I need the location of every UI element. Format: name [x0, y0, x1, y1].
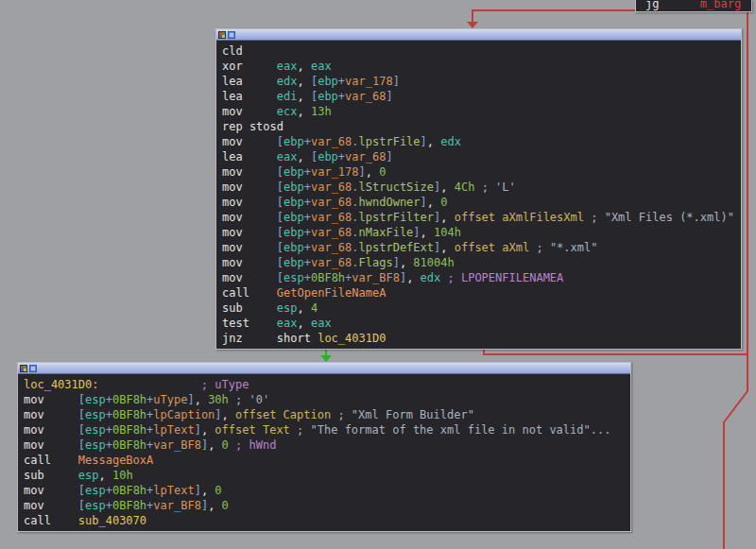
- asm-token-mn[interactable]: ,: [98, 469, 112, 482]
- asm-token-mn[interactable]: lea: [222, 75, 277, 88]
- asm-token-pn[interactable]: [: [277, 165, 284, 179]
- asm-token-pn[interactable]: +: [304, 271, 311, 284]
- asm-token-pn[interactable]: ]: [386, 90, 392, 103]
- asm-token-mn[interactable]: ,: [208, 499, 221, 512]
- asm-token-str[interactable]: ; "Xml Files (*.xml)": [584, 211, 734, 224]
- asm-token-pn[interactable]: [: [78, 438, 85, 452]
- asm-token-fld[interactable]: lStructSize: [359, 180, 434, 194]
- asm-token-mn[interactable]: ,: [440, 180, 454, 194]
- asm-token-pn[interactable]: +: [106, 423, 112, 437]
- asm-token-pn[interactable]: [: [78, 408, 85, 421]
- asm-token-name[interactable]: offset aXmlFilesXml: [455, 211, 584, 224]
- asm-token-mn[interactable]: mov: [222, 196, 277, 209]
- asm-token-mn[interactable]: mov: [222, 241, 277, 254]
- asm-token-reg[interactable]: edx: [440, 135, 461, 148]
- asm-line[interactable]: loc_4031D0: ; uType: [24, 377, 630, 392]
- asm-token-num[interactable]: 13h: [311, 105, 332, 118]
- asm-token-fld[interactable]: lpstrDefExt: [359, 241, 434, 254]
- node-color-palette-icon[interactable]: [218, 31, 226, 39]
- asm-line[interactable]: mov [ebp+var_68.Flags], 81004h: [222, 255, 741, 270]
- asm-token-reg[interactable]: esp: [277, 301, 298, 315]
- asm-token-var[interactable]: var_68: [311, 241, 352, 254]
- node-color-palette-icon[interactable]: [20, 365, 27, 372]
- asm-line[interactable]: mov [ebp+var_68.nMaxFile], 104h: [222, 225, 741, 240]
- asm-token-name[interactable]: offset Text: [215, 423, 289, 437]
- asm-token-mn[interactable]: cld: [222, 44, 243, 58]
- asm-token-num[interactable]: 4: [311, 301, 318, 315]
- asm-token-reg[interactable]: edx: [421, 271, 441, 284]
- asm-token-str[interactable]: ; 'L': [474, 180, 515, 194]
- asm-token-pn[interactable]: +: [304, 196, 311, 209]
- asm-token-reg[interactable]: ebp: [284, 211, 304, 224]
- asm-token-var[interactable]: var_BF8: [352, 271, 400, 284]
- asm-token-pn[interactable]: +: [304, 135, 311, 148]
- asm-token-num[interactable]: 0BF8h: [112, 408, 146, 421]
- asm-token-pn[interactable]: [: [277, 256, 284, 269]
- asm-token-str[interactable]: ; "The format of the xml file in not val…: [290, 423, 611, 437]
- asm-token-num[interactable]: 0BF8h: [112, 484, 146, 497]
- asm-line[interactable]: mov [ebp+var_68.lpstrFilter], offset aXm…: [222, 210, 741, 225]
- asm-token-mn[interactable]: mov: [222, 226, 277, 239]
- asm-token-err[interactable]: m_barg: [700, 0, 741, 10]
- asm-token-reg[interactable]: esp: [85, 499, 106, 512]
- asm-token-loc[interactable]: sub_403070: [78, 514, 146, 527]
- asm-token-str[interactable]: ; "*.xml": [529, 241, 597, 254]
- asm-token-pn[interactable]: +: [106, 499, 112, 512]
- asm-token-num[interactable]: 0BF8h: [112, 438, 146, 452]
- asm-line[interactable]: lea edi, [ebp+var_68]: [222, 89, 741, 104]
- asm-token-pn[interactable]: [: [277, 211, 284, 224]
- asm-token-name[interactable]: offset Caption: [235, 408, 331, 421]
- asm-token-pn[interactable]: ]: [195, 484, 201, 497]
- asm-token-pn[interactable]: ]: [359, 165, 366, 179]
- asm-token-pn[interactable]: [: [277, 196, 284, 209]
- asm-token-reg[interactable]: esp: [85, 438, 106, 452]
- asm-token-var[interactable]: var_178: [311, 165, 359, 179]
- asm-token-num[interactable]: 30h: [208, 393, 229, 406]
- asm-token-reg[interactable]: ebp: [284, 226, 304, 239]
- asm-token-reg[interactable]: esp: [85, 484, 106, 497]
- asm-token-mn[interactable]: ,: [222, 408, 235, 421]
- asm-token-reg[interactable]: eax: [277, 60, 298, 73]
- asm-token-num[interactable]: 0: [222, 499, 229, 512]
- asm-line[interactable]: mov [esp+0BF8h+uType], 30h ; '0': [24, 392, 630, 407]
- basic-block-open-dialog[interactable]: cldxor eax, eaxlea edx, [ebp+var_178]lea…: [215, 28, 742, 350]
- asm-token-mn[interactable]: ,: [427, 135, 440, 148]
- asm-token-var[interactable]: var_68: [311, 180, 352, 194]
- asm-token-pn[interactable]: +: [304, 165, 311, 179]
- asm-token-var[interactable]: var_68: [311, 135, 352, 148]
- asm-token-mn[interactable]: ,: [366, 165, 379, 179]
- asm-token-name[interactable]: offset aXml: [455, 241, 529, 254]
- asm-token-mn[interactable]: ,: [297, 75, 310, 88]
- asm-token-num[interactable]: 0: [379, 165, 386, 179]
- asm-token-mn[interactable]: mov: [24, 438, 78, 452]
- asm-token-mn[interactable]: ,: [195, 393, 208, 406]
- asm-token-mn[interactable]: ,: [297, 105, 310, 118]
- asm-token-pn[interactable]: ]: [413, 226, 420, 239]
- asm-token-pn[interactable]: .: [352, 180, 358, 194]
- asm-line[interactable]: lea eax, [ebp+var_68]: [222, 149, 741, 164]
- asm-token-reg[interactable]: eax: [277, 317, 298, 330]
- asm-line[interactable]: mov [ebp+var_68.lpstrFile], edx: [222, 134, 741, 149]
- asm-token-pn[interactable]: +: [304, 211, 311, 224]
- asm-line[interactable]: sub esp, 10h: [24, 468, 630, 483]
- asm-line[interactable]: call GetOpenFileNameA: [222, 285, 741, 300]
- asm-token-reg[interactable]: esp: [85, 393, 106, 406]
- asm-token-pn[interactable]: .: [352, 256, 358, 269]
- asm-token-reg[interactable]: esp: [284, 271, 304, 284]
- asm-token-var[interactable]: var_68: [311, 196, 352, 209]
- asm-token-pn[interactable]: +: [338, 75, 345, 88]
- asm-token-mn[interactable]: test: [222, 317, 277, 330]
- asm-token-num[interactable]: 0BF8h: [112, 393, 146, 406]
- asm-line[interactable]: cld: [222, 43, 741, 59]
- asm-token-reg[interactable]: ebp: [284, 180, 304, 194]
- asm-token-reg[interactable]: edx: [277, 75, 298, 88]
- asm-token-pn[interactable]: ]: [393, 75, 400, 88]
- asm-token-num[interactable]: 104h: [434, 226, 461, 239]
- asm-token-pn[interactable]: +: [338, 150, 345, 163]
- asm-line[interactable]: mov [esp+0BF8h+var_BF8], 0 ; hWnd: [24, 437, 630, 453]
- asm-token-var[interactable]: var_68: [311, 226, 352, 239]
- asm-token-mn[interactable]: mov: [222, 211, 277, 224]
- asm-token-cmt[interactable]: ; LPOPENFILENAMEA: [440, 271, 563, 284]
- asm-line[interactable]: mov [ebp+var_68.hwndOwner], 0: [222, 195, 741, 210]
- asm-token-var[interactable]: lpText: [153, 484, 194, 497]
